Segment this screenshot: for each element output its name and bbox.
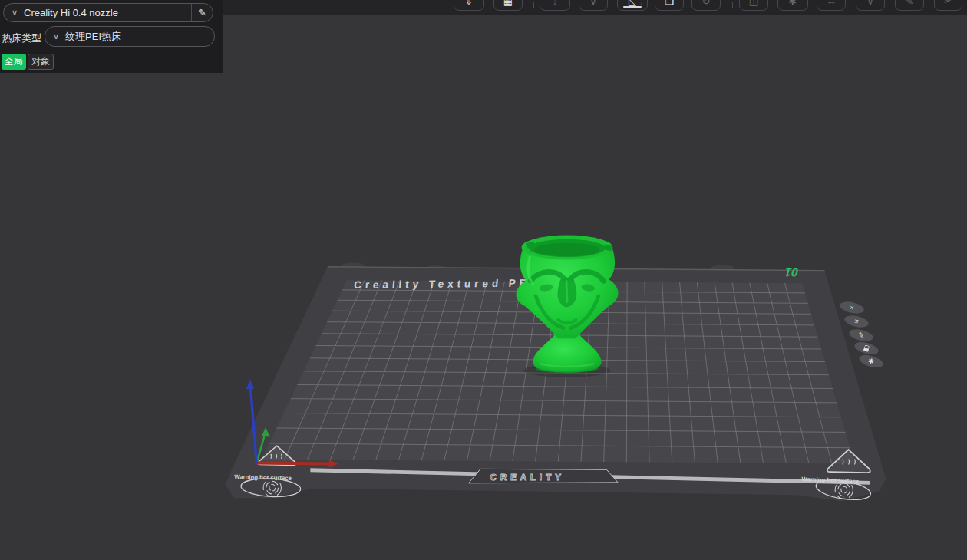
chevron-down-icon: ∨ — [12, 8, 18, 17]
bed-type-label: 热床类型 — [2, 31, 41, 45]
tab-object[interactable]: 对象 — [28, 54, 54, 70]
layers-button[interactable]: ∨ — [856, 0, 885, 11]
sync-button-icon: ↻ — [702, 0, 711, 6]
measure-button-icon: ↔ — [827, 0, 837, 6]
plates-manager-button[interactable]: ❏ — [655, 0, 684, 11]
settings-tabs: 全局 对象 — [2, 54, 54, 70]
edit-plate-name-icon: ✎ — [857, 331, 865, 340]
measure-button[interactable]: ↔ — [817, 0, 846, 11]
add-model-button[interactable]: ▦ — [493, 0, 523, 11]
orient-button[interactable]: ∨ — [579, 0, 608, 11]
bed-type-value: 纹理PEI热床 — [65, 30, 121, 44]
add-model-button-icon: ▦ — [503, 0, 513, 6]
application-window: ⇓▦↓∨◺↓❏↻◫✱↔∨✎✂□▭▟⇧▬◔ — [0, 0, 967, 560]
bed-type-selector[interactable]: ∨ 纹理PEI热床 — [45, 26, 215, 47]
cut-model-button[interactable]: ✂ — [934, 0, 962, 11]
active-underline — [623, 6, 642, 8]
edit-model-button[interactable]: ✎ — [895, 0, 924, 11]
left-panel: ∨ Creality Hi 0.4 nozzle ✎ 热床类型 ∨ 纹理PEI热… — [0, 0, 223, 73]
printer-selector[interactable]: ∨ Creality Hi 0.4 nozzle ✎ — [3, 3, 213, 22]
arrange-button-icon: ↓ — [553, 0, 558, 6]
slice-plate-button-icon: ◺ — [629, 0, 636, 6]
x-axis — [256, 463, 329, 464]
lock-icon — [863, 344, 870, 351]
slice-plate-button[interactable]: ◺↓ — [617, 0, 648, 11]
process-settings-button[interactable]: ✱ — [777, 0, 808, 11]
slice-accent-arrow-icon: ↓ — [640, 0, 643, 6]
toolbar: ⇓▦↓∨◺↓❏↻◫✱↔∨✎✂□▭▟⇧▬◔ — [223, 0, 967, 15]
z-axis-arrow — [246, 380, 255, 390]
process-settings-button-icon: ✱ — [789, 0, 797, 6]
sync-button[interactable]: ↻ — [691, 0, 721, 11]
toolbar-separator — [732, 2, 733, 8]
plate-settings-icon: ✱ — [867, 357, 875, 366]
import-file-button[interactable]: ⇓ — [454, 0, 484, 11]
chevron-down-icon: ∨ — [53, 32, 59, 41]
arrange-button[interactable]: ↓ — [540, 0, 570, 11]
viewport-3d: Creality Textured PEI Plate 01 CREALITY … — [0, 15, 967, 560]
plates-manager-button-icon: ❏ — [665, 0, 674, 6]
split-windows-button-icon: ◫ — [749, 0, 758, 6]
edit-model-button-icon: ✎ — [906, 0, 914, 6]
split-windows-button[interactable]: ◫ — [739, 0, 768, 11]
cut-model-button-icon: ✂ — [944, 0, 952, 6]
layers-button-icon: ∨ — [866, 0, 874, 6]
printer-selector-value: Creality Hi 0.4 nozzle — [24, 7, 191, 18]
pencil-icon: ✎ — [198, 7, 206, 18]
orient-button-icon: ∨ — [589, 0, 597, 6]
edit-printer-button[interactable]: ✎ — [192, 4, 213, 21]
plate-brand-label: CREALITY — [490, 472, 565, 482]
import-file-button-icon: ⇓ — [465, 0, 474, 6]
tab-global[interactable]: 全局 — [2, 54, 26, 70]
plate-number: 01 — [783, 266, 800, 279]
delete-plate-icon: × — [849, 304, 854, 311]
plate-list-icon: ≡ — [853, 318, 859, 325]
toolbar-separator — [533, 2, 534, 8]
